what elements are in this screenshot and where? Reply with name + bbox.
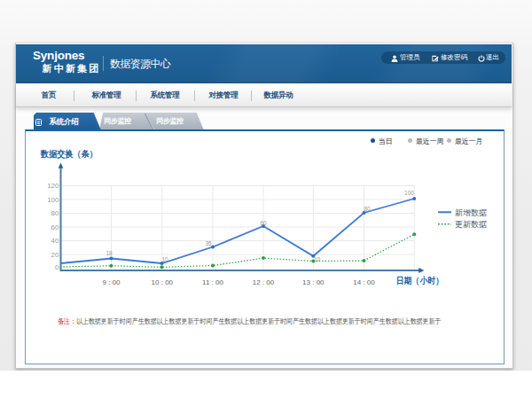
svg-text:40: 40 xyxy=(51,237,59,245)
svg-text:10: 10 xyxy=(161,256,168,262)
svg-text:20: 20 xyxy=(51,251,59,259)
svg-text:60: 60 xyxy=(260,220,267,226)
svg-text:80: 80 xyxy=(51,209,59,217)
svg-text:11 : 00: 11 : 00 xyxy=(202,278,223,286)
svg-text:18: 18 xyxy=(106,250,113,256)
svg-text:0: 0 xyxy=(55,263,59,271)
svg-text:10: 10 xyxy=(314,256,321,262)
svg-text:100: 100 xyxy=(404,190,414,196)
svg-text:100: 100 xyxy=(47,196,59,204)
svg-text:35: 35 xyxy=(205,240,212,246)
svg-text:9 : 00: 9 : 00 xyxy=(102,278,121,286)
svg-text:新增数据: 新增数据 xyxy=(455,208,487,217)
svg-text:更新数据: 更新数据 xyxy=(455,220,487,229)
svg-text:80: 80 xyxy=(364,206,371,212)
svg-text:120: 120 xyxy=(47,182,59,190)
svg-text:60: 60 xyxy=(51,223,59,231)
svg-text:12 : 00: 12 : 00 xyxy=(253,278,275,286)
svg-text:14 : 00: 14 : 00 xyxy=(353,278,375,286)
svg-text:10 : 00: 10 : 00 xyxy=(152,278,174,286)
svg-text:13 : 00: 13 : 00 xyxy=(302,278,325,286)
